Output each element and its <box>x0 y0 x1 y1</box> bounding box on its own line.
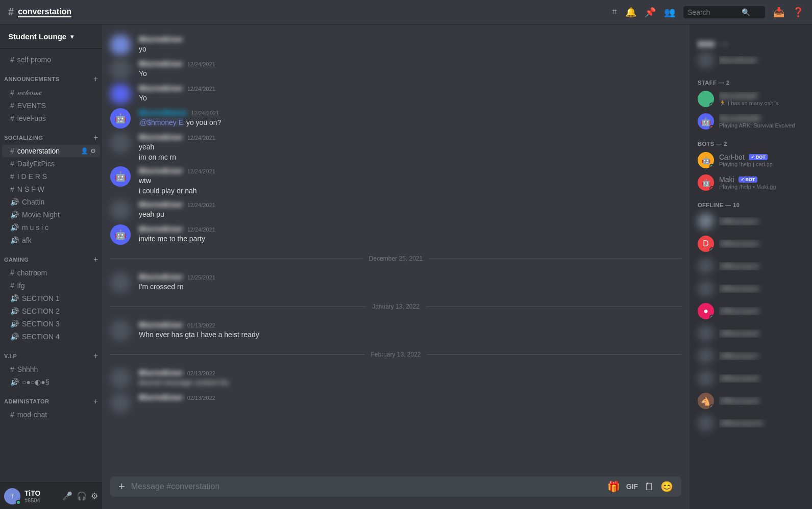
channel-section2[interactable]: 🔊 SECTION 2 <box>2 305 100 317</box>
member-avatar <box>698 415 714 431</box>
category-add-icon[interactable]: + <box>93 255 98 264</box>
voice-icon: 🔊 <box>10 198 19 206</box>
category-add-icon[interactable]: + <box>93 74 98 84</box>
member-name: OfflineUser5 <box>719 307 804 315</box>
message-content: BlurredUser 12/24/2021 yeahim on mc rn <box>139 133 681 162</box>
voice-icon: 🔊 <box>10 320 19 328</box>
gift-icon[interactable]: 🎁 <box>607 480 620 493</box>
channel-section1[interactable]: 🔊 SECTION 1 <box>2 292 100 304</box>
category-label[interactable]: V.I.P <box>4 353 17 359</box>
channel-shhhh[interactable]: # Shhhh <box>2 363 100 375</box>
avatar <box>110 84 131 104</box>
member-info: OfflineUser3 <box>719 262 804 270</box>
member-avatar <box>698 348 714 364</box>
channel-chatroom[interactable]: # chatroom <box>2 267 100 279</box>
channel-chattin[interactable]: 🔊 Chattin <box>2 196 100 208</box>
member-item[interactable]: OfflineUser6 <box>694 322 808 345</box>
channel-nsfw[interactable]: # N S F W <box>2 183 100 195</box>
category-add-icon[interactable]: + <box>93 133 98 142</box>
message-input[interactable] <box>131 476 601 497</box>
date-text: January 13, 2022 <box>372 303 420 310</box>
maki-name: Maki <box>719 175 734 184</box>
notifications-icon[interactable]: 🔔 <box>625 7 636 18</box>
member-item[interactable]: ● OfflineUser5 <box>694 300 808 322</box>
member-item-carlbot[interactable]: 🤖 Carl-bot ✓ BOT Playing !help | carl.gg <box>694 149 808 171</box>
member-item-maki[interactable]: 🤖 Maki ✓ BOT Playing /help • Maki.gg <box>694 171 808 194</box>
channel-label: SECTION 4 <box>22 333 96 341</box>
search-box[interactable]: 🔍 <box>683 6 765 18</box>
message-content: BlurredName 12/24/2021 @$hmoney E yo you… <box>139 108 681 128</box>
help-icon[interactable]: ❓ <box>793 7 804 18</box>
member-info: BlurredUser <box>719 56 804 64</box>
channel-events[interactable]: # EVENTS <box>2 99 100 112</box>
message-text: blurred message content his <box>139 378 681 388</box>
member-item[interactable]: OfflineUser8 <box>694 367 808 390</box>
settings-icon[interactable]: ⚙ <box>90 147 96 155</box>
emoji-icon[interactable]: 😊 <box>660 480 673 493</box>
member-item[interactable]: OfflineUser1 <box>694 210 808 233</box>
sticker-icon[interactable]: 🗒 <box>644 481 654 493</box>
member-avatar <box>698 213 714 230</box>
divider-line <box>110 307 366 307</box>
hash-icon: # <box>10 282 14 290</box>
message-row: BlurredUser 12/25/2021 I'm crossed rn <box>102 270 690 295</box>
member-item[interactable]: D OfflineUser2 <box>694 233 808 255</box>
member-item[interactable]: BlurredUser <box>694 49 808 71</box>
channel-section4[interactable]: 🔊 SECTION 4 <box>2 330 100 343</box>
member-name: BlurredStaff <box>719 92 804 100</box>
message-author: BlurredUser <box>139 393 183 401</box>
category-label[interactable]: Announcements <box>4 76 60 82</box>
channel-converstation[interactable]: # converstation 👤 ⚙ <box>2 145 100 157</box>
channel-afk[interactable]: 🔊 afk <box>2 234 100 246</box>
date-text: December 25, 2021 <box>369 255 423 262</box>
headphones-icon[interactable]: 🎧 <box>77 491 87 501</box>
channel-lfg[interactable]: # lfg <box>2 279 100 292</box>
member-info: OfflineUser6 <box>719 329 804 338</box>
attach-icon[interactable]: + <box>118 480 125 493</box>
category-label[interactable]: Administator <box>4 398 50 404</box>
category-add-icon[interactable]: + <box>93 397 98 406</box>
message-row: 🤖 BlurredName 12/24/2021 @$hmoney E yo y… <box>102 106 690 131</box>
message-row: 🤖 BlurredUser 12/24/2021 wtwi could play… <box>102 164 690 198</box>
voice-icon: 🔊 <box>10 211 19 219</box>
member-item[interactable]: 🐴 OfflineUser9 <box>694 390 808 412</box>
channel-label: SECTION 1 <box>22 294 96 302</box>
voice-icon: 🔊 <box>10 236 19 244</box>
member-name: OfflineUser10 <box>719 419 804 427</box>
member-item[interactable]: OfflineUser10 <box>694 412 808 435</box>
message-timestamp: 12/24/2021 <box>187 168 215 174</box>
microphone-icon[interactable]: 🎤 <box>62 491 72 501</box>
channel-mod-chat[interactable]: # mod-chat <box>2 409 100 421</box>
channel-music[interactable]: 🔊 m u s i c <box>2 221 100 234</box>
channel-level-ups[interactable]: # level-ups <box>2 112 100 124</box>
channel-header: # converstation <box>8 6 606 18</box>
message-timestamp: 12/24/2021 <box>187 226 215 233</box>
channel-movie-night[interactable]: 🔊 Movie Night <box>2 209 100 221</box>
channel-welcome[interactable]: # 𝓌𝑒𝓁𝒸𝑜𝓂𝑒 <box>2 86 100 99</box>
members-icon[interactable]: 👥 <box>664 7 675 18</box>
category-label[interactable]: Socializing <box>4 135 43 141</box>
channel-section3[interactable]: 🔊 SECTION 3 <box>2 318 100 330</box>
member-item[interactable]: OfflineUser4 <box>694 277 808 300</box>
channel-iders[interactable]: # I D E R S <box>2 170 100 183</box>
user-settings-icon[interactable]: ⚙ <box>91 491 98 501</box>
gif-icon[interactable]: GIF <box>626 482 638 491</box>
member-item[interactable]: BlurredStaff 🏃 I has so many oshi's <box>694 88 808 110</box>
channel-symbols[interactable]: 🔊 ○●○◐●§ <box>2 376 100 388</box>
member-item[interactable]: 🤖 BlurredStaff2 Playing ARK: Survival Ev… <box>694 110 808 133</box>
server-header[interactable]: Student Lounge ▾ <box>0 24 102 49</box>
sidebar: Student Lounge ▾ # self-promo Announceme… <box>0 24 102 509</box>
inbox-icon[interactable]: 📥 <box>773 7 784 18</box>
category-label[interactable]: Gaming <box>4 257 29 263</box>
member-item[interactable]: OfflineUser3 <box>694 255 808 277</box>
member-item[interactable]: OfflineUser7 <box>694 345 808 367</box>
threads-icon[interactable]: ⌗ <box>612 7 617 17</box>
add-member-icon[interactable]: 👤 <box>81 147 88 155</box>
pinned-icon[interactable]: 📌 <box>645 7 656 18</box>
category-add-icon[interactable]: + <box>93 351 98 361</box>
channel-self-promo[interactable]: # self-promo <box>2 54 100 66</box>
channel-dailyfitpics[interactable]: # DailyFitPics <box>2 158 100 170</box>
search-input[interactable] <box>687 8 739 16</box>
user-status-dot <box>16 500 21 505</box>
status-indicator <box>709 292 714 297</box>
